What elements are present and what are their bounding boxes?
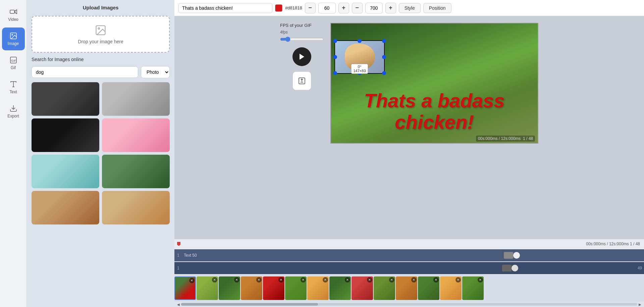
frame-11[interactable]: ✕ bbox=[396, 276, 417, 300]
frame-6-close[interactable]: ✕ bbox=[301, 277, 306, 283]
frame-7-close[interactable]: ✕ bbox=[323, 277, 328, 283]
search-type-select[interactable]: Photo GIF Vector bbox=[141, 66, 170, 78]
play-button[interactable] bbox=[292, 47, 311, 66]
video-icon bbox=[9, 8, 17, 16]
frame-8-close[interactable]: ✕ bbox=[345, 277, 350, 283]
scrollbar-track[interactable] bbox=[181, 303, 637, 306]
sidebar-item-export[interactable]: Export bbox=[2, 100, 25, 123]
frame-10-close[interactable]: ✕ bbox=[389, 277, 394, 283]
canvas-container: 0° 147×83 Thats a badasschicken! 00s:000… bbox=[330, 23, 538, 144]
selection-size: 147×83 bbox=[353, 69, 366, 73]
sidebar-item-gif-label: Gif bbox=[11, 65, 16, 70]
image-thumb-7[interactable] bbox=[32, 191, 99, 224]
track-1-thumbnail bbox=[504, 252, 513, 259]
frame-4[interactable]: ✕ bbox=[241, 276, 262, 300]
frame-14-close[interactable]: ✕ bbox=[478, 277, 483, 283]
time-indicator: 00s:000ms / 12s:000ms 1 / 48 bbox=[174, 239, 644, 249]
export-share-button[interactable] bbox=[292, 71, 311, 90]
frame-4-close[interactable]: ✕ bbox=[256, 277, 262, 283]
image-thumb-3[interactable] bbox=[32, 118, 99, 152]
canvas-wrapper: FPS of your GIF 4fps bbox=[174, 16, 644, 239]
width-increase-button[interactable]: + bbox=[385, 3, 396, 13]
frame-8[interactable]: ✕ bbox=[329, 276, 351, 300]
handle-middle-left[interactable] bbox=[333, 55, 337, 59]
frame-3-close[interactable]: ✕ bbox=[234, 277, 239, 283]
frame-13[interactable]: ✕ bbox=[440, 276, 462, 300]
sidebar-item-text[interactable]: Text bbox=[2, 76, 25, 99]
frame-9-close[interactable]: ✕ bbox=[367, 277, 372, 283]
font-size-input[interactable] bbox=[318, 3, 336, 13]
image-icon bbox=[9, 32, 17, 40]
frame-5[interactable]: ✕ bbox=[263, 276, 284, 300]
image-thumb-2[interactable] bbox=[102, 82, 170, 116]
style-button[interactable]: Style bbox=[399, 3, 421, 13]
sidebar-item-video-label: Video bbox=[8, 17, 18, 22]
handle-bottom-right[interactable] bbox=[382, 71, 386, 75]
fps-slider[interactable] bbox=[280, 37, 324, 42]
drop-zone-label: Drop your image here bbox=[78, 39, 123, 44]
search-row: Photo GIF Vector bbox=[32, 66, 170, 78]
frame-10[interactable]: ✕ bbox=[374, 276, 395, 300]
track-1-circle[interactable] bbox=[513, 252, 520, 259]
sidebar-item-image[interactable]: Image bbox=[2, 28, 25, 50]
scroll-left-arrow[interactable]: ◀ bbox=[176, 302, 181, 307]
canvas-timestamp: 00s:000ms / 12s:000ms 1 / 48 bbox=[476, 136, 535, 142]
color-swatch[interactable] bbox=[275, 4, 282, 12]
frame-2[interactable]: ✕ bbox=[197, 276, 218, 300]
sidebar-item-image-label: Image bbox=[8, 41, 19, 46]
sidebar-item-gif[interactable]: GIF Gif bbox=[2, 52, 25, 74]
sidebar-item-text-label: Text bbox=[9, 90, 17, 94]
search-input[interactable] bbox=[32, 66, 138, 78]
fps-panel: FPS of your GIF 4fps bbox=[280, 23, 324, 42]
color-hex: #d81818 bbox=[285, 5, 302, 10]
selection-box[interactable]: 0° 147×83 bbox=[334, 40, 385, 74]
frame-6[interactable]: ✕ bbox=[285, 276, 307, 300]
font-size-increase-button[interactable]: + bbox=[338, 3, 349, 13]
frame-12-close[interactable]: ✕ bbox=[433, 277, 439, 283]
upload-icon bbox=[95, 24, 107, 36]
gif-icon: GIF bbox=[9, 56, 17, 64]
handle-top-middle[interactable] bbox=[358, 39, 362, 43]
frame-14[interactable]: ✕ bbox=[462, 276, 484, 300]
frame-13-close[interactable]: ✕ bbox=[455, 277, 461, 283]
scrollbar-thumb[interactable] bbox=[181, 303, 318, 306]
image-thumb-5[interactable] bbox=[32, 155, 99, 188]
image-thumb-1[interactable] bbox=[32, 82, 99, 116]
frame-7[interactable]: ✕ bbox=[307, 276, 329, 300]
track-1-label: Text 50 bbox=[184, 253, 641, 258]
track-2-end: 49 bbox=[638, 266, 642, 270]
drop-zone[interactable]: Drop your image here bbox=[32, 16, 170, 53]
scroll-right-arrow[interactable]: ▶ bbox=[637, 302, 643, 307]
track-2-number: 1 bbox=[177, 266, 181, 270]
handle-top-right[interactable] bbox=[382, 39, 386, 43]
width-input[interactable] bbox=[365, 3, 383, 13]
canvas-image[interactable]: 0° 147×83 Thats a badasschicken! 00s:000… bbox=[330, 23, 538, 144]
width-decrease-button[interactable]: − bbox=[352, 3, 363, 13]
handle-bottom-left[interactable] bbox=[333, 71, 337, 75]
handle-top-left[interactable] bbox=[333, 39, 337, 43]
frame-1-close[interactable]: ✕ bbox=[189, 278, 195, 283]
frame-12[interactable]: ✕ bbox=[418, 276, 439, 300]
sidebar-item-export-label: Export bbox=[7, 114, 19, 118]
frame-11-close[interactable]: ✕ bbox=[411, 277, 417, 283]
frame-strip: ✕ Thats abadass ✕ ✕ ✕ ✕ ✕ ✕ ✕ bbox=[174, 275, 644, 302]
track-2-circle[interactable] bbox=[512, 265, 518, 271]
text-overlay-input[interactable] bbox=[178, 3, 272, 13]
frame-2-close[interactable]: ✕ bbox=[212, 277, 217, 283]
image-thumb-8[interactable] bbox=[102, 191, 170, 224]
image-thumb-4[interactable] bbox=[102, 118, 170, 152]
track-2: 1 49 bbox=[174, 262, 644, 274]
position-button[interactable]: Position bbox=[423, 3, 451, 13]
image-thumb-6[interactable] bbox=[102, 155, 170, 188]
panel-title: Upload Images bbox=[32, 5, 170, 10]
time-marker bbox=[177, 242, 180, 246]
frame-5-close[interactable]: ✕ bbox=[278, 277, 284, 283]
sidebar-item-video[interactable]: Video bbox=[2, 3, 25, 26]
handle-middle-right[interactable] bbox=[382, 55, 386, 59]
svg-point-3 bbox=[12, 34, 13, 35]
frame-9[interactable]: ✕ bbox=[352, 276, 373, 300]
frame-1[interactable]: ✕ Thats abadass bbox=[174, 276, 196, 300]
frame-3[interactable]: ✕ bbox=[219, 276, 240, 300]
frame-1-text: Thats abadass bbox=[181, 293, 190, 298]
font-size-decrease-button[interactable]: − bbox=[305, 3, 316, 13]
